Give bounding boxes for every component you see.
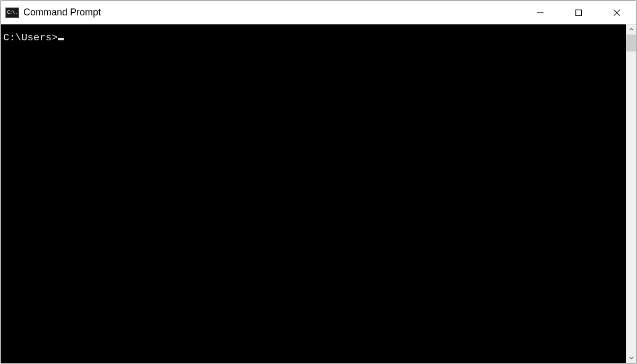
vertical-scrollbar[interactable]: [626, 24, 636, 363]
titlebar[interactable]: C:\. Command Prompt: [1, 1, 636, 24]
terminal-output[interactable]: C:\Users>: [1, 24, 626, 363]
client-area: C:\Users>: [1, 24, 636, 363]
scrollbar-thumb[interactable]: [626, 34, 636, 51]
window-title: Command Prompt: [23, 7, 101, 18]
titlebar-left: C:\. Command Prompt: [1, 7, 521, 18]
window-controls: [521, 1, 636, 24]
close-icon: [614, 10, 620, 16]
cmd-icon: C:\.: [5, 7, 19, 18]
svg-rect-1: [576, 10, 582, 15]
close-button[interactable]: [598, 1, 636, 24]
scroll-up-button[interactable]: [626, 24, 636, 34]
chevron-up-icon: [629, 27, 634, 32]
maximize-icon: [575, 10, 582, 16]
cursor-icon: [58, 38, 64, 40]
prompt-text: C:\Users>: [3, 32, 58, 44]
command-prompt-window: C:\. Command Prompt C:\Users>: [1, 1, 636, 363]
minimize-button[interactable]: [521, 1, 559, 24]
chevron-down-icon: [629, 356, 634, 360]
maximize-button[interactable]: [559, 1, 598, 24]
scroll-down-button[interactable]: [626, 353, 636, 363]
scrollbar-track[interactable]: [626, 34, 636, 353]
minimize-icon: [537, 10, 544, 16]
